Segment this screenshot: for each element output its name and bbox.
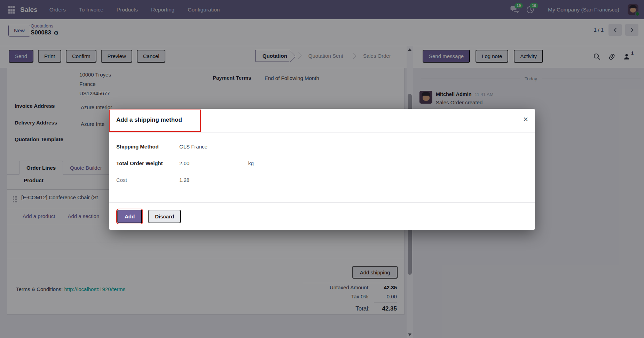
shipping-method-label: Shipping Method [116,144,177,150]
add-button[interactable]: Add [117,210,142,223]
cost-row: Cost 1.28 [109,177,535,186]
shipping-method-value[interactable]: GLS France [179,144,207,150]
cost-label: Cost [116,177,177,183]
weight-unit: kg [248,160,254,166]
shipping-method-row: Shipping Method GLS France [109,144,535,153]
modal-footer: Add Discard [109,202,535,230]
modal-title: Add a shipping method [116,116,182,123]
close-icon[interactable]: × [523,115,528,123]
modal-header: Add a shipping method × [109,109,535,132]
cost-value[interactable]: 1.28 [179,177,189,183]
total-order-weight-row: Total Order Weight 2.00 kg [109,160,535,169]
odoo-sales-page: Sales Orders To Invoice Products Reporti… [0,0,644,338]
total-order-weight-label: Total Order Weight [116,160,177,166]
discard-button[interactable]: Discard [148,210,181,223]
add-shipping-modal: Add a shipping method × Shipping Method … [109,109,535,230]
total-order-weight-value[interactable]: 2.00 [179,160,189,166]
